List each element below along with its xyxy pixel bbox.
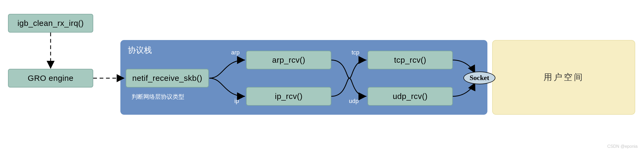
node-arp: arp_rcv(): [246, 51, 331, 69]
edge-label-udp: udp: [349, 98, 359, 105]
node-netif-label: netif_receive_skb(): [132, 74, 202, 83]
node-udp: udp_rcv(): [368, 87, 453, 106]
protocol-stack-subtitle: 判断网络层协议类型: [132, 93, 184, 101]
node-arp-label: arp_rcv(): [272, 55, 305, 65]
node-gro-label: GRO engine: [28, 74, 74, 83]
edge-label-arp: arp: [231, 49, 240, 56]
node-tcp: tcp_rcv(): [368, 51, 453, 69]
edge-label-tcp: tcp: [352, 49, 359, 56]
node-igb-label: igb_clean_rx_irq(): [17, 19, 84, 28]
node-ip-label: ip_rcv(): [275, 92, 303, 101]
node-socket: Socket: [463, 71, 495, 84]
node-socket-label: Socket: [470, 74, 489, 82]
node-gro: GRO engine: [8, 69, 93, 88]
protocol-stack-title: 协议栈: [128, 45, 152, 56]
user-space-title: 用户空间: [544, 71, 584, 83]
node-igb: igb_clean_rx_irq(): [8, 14, 93, 33]
edge-label-ip: ip: [234, 98, 239, 105]
user-space-panel: 用户空间: [492, 40, 635, 115]
node-netif: netif_receive_skb(): [126, 69, 209, 88]
watermark: CSDN @eponia: [607, 144, 638, 149]
node-udp-label: udp_rcv(): [393, 92, 427, 101]
node-ip: ip_rcv(): [246, 87, 331, 106]
node-tcp-label: tcp_rcv(): [394, 55, 426, 65]
